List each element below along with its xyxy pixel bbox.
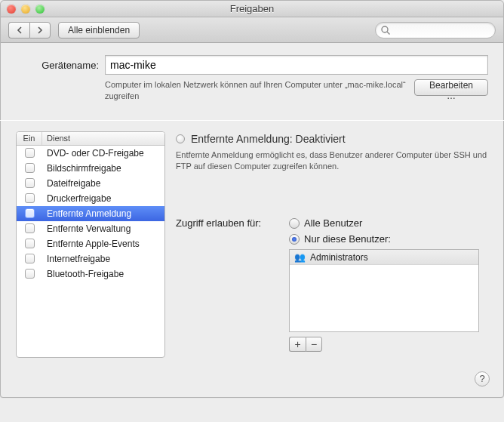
service-label: Bildschirmfreigabe xyxy=(42,163,164,174)
allowed-users-list[interactable]: 👥Administrators xyxy=(289,249,479,332)
help-button[interactable]: ? xyxy=(475,371,490,387)
radio-all-label: Alle Benutzer xyxy=(304,217,362,229)
main-split: Ein Dienst DVD- oder CD-FreigabeBildschi… xyxy=(1,121,503,367)
user-label: Administrators xyxy=(310,252,368,263)
service-label: Druckerfreigabe xyxy=(42,193,164,204)
service-label: Dateifreigabe xyxy=(42,178,164,189)
service-checkbox[interactable] xyxy=(25,269,35,279)
service-row[interactable]: Entfernte Verwaltung xyxy=(17,221,164,236)
chevron-right-icon xyxy=(36,26,44,34)
edit-hostname-button[interactable]: Bearbeiten … xyxy=(414,79,488,96)
service-row[interactable]: DVD- oder CD-Freigabe xyxy=(17,146,164,161)
service-label: Entfernte Verwaltung xyxy=(42,223,164,234)
titlebar: Freigaben xyxy=(1,1,503,17)
user-list-controls: + − xyxy=(289,337,479,352)
service-status: Entfernte Anmeldung: Deaktiviert xyxy=(176,133,488,145)
radio-only-users[interactable]: Nur diese Benutzer: xyxy=(289,233,479,245)
service-checkbox[interactable] xyxy=(25,208,35,218)
service-row[interactable]: Entfernte Anmeldung xyxy=(17,206,164,221)
col-service: Dienst xyxy=(42,132,164,145)
add-user-button[interactable]: + xyxy=(289,337,306,352)
nav-segment xyxy=(8,22,51,39)
service-row[interactable]: Bildschirmfreigabe xyxy=(17,161,164,176)
access-block: Zugriff erlauben für: Alle Benutzer Nur … xyxy=(176,217,488,352)
remove-user-button[interactable]: − xyxy=(306,337,322,352)
service-label: Bluetooth-Freigabe xyxy=(42,269,164,279)
service-checkbox[interactable] xyxy=(25,163,35,173)
services-list-body[interactable]: DVD- oder CD-FreigabeBildschirmfreigabeD… xyxy=(17,146,164,357)
service-row[interactable]: Internetfreigabe xyxy=(17,251,164,266)
access-label: Zugriff erlauben für: xyxy=(176,217,289,229)
service-label: Internetfreigabe xyxy=(42,254,164,264)
services-list-header: Ein Dienst xyxy=(17,132,164,146)
service-row[interactable]: Entfernte Apple-Events xyxy=(17,236,164,251)
service-status-title: Entfernte Anmeldung: Deaktiviert xyxy=(191,133,346,145)
window-title: Freigaben xyxy=(1,3,503,14)
radio-all-input[interactable] xyxy=(289,218,300,229)
service-checkbox[interactable] xyxy=(25,148,35,158)
device-name-hint: Computer im lokalen Netzwerk können auf … xyxy=(105,79,407,102)
search-icon xyxy=(380,25,391,35)
service-checkbox[interactable] xyxy=(25,178,35,188)
service-row[interactable]: Druckerfreigabe xyxy=(17,191,164,206)
service-row[interactable]: Dateifreigabe xyxy=(17,176,164,191)
service-checkbox[interactable] xyxy=(25,239,35,248)
radio-only-input[interactable] xyxy=(289,234,300,245)
svg-point-0 xyxy=(382,26,388,32)
user-row[interactable]: 👥Administrators xyxy=(290,250,478,265)
users-icon: 👥 xyxy=(294,252,306,263)
service-status-desc: Entfernte Anmeldung ermöglicht es, dass … xyxy=(176,149,488,173)
service-label: Entfernte Anmeldung xyxy=(42,208,164,219)
service-row[interactable]: Bluetooth-Freigabe xyxy=(17,266,164,282)
sharing-prefpane-window: Freigaben Alle einblenden Gerätename: Co… xyxy=(0,0,504,398)
service-checkbox[interactable] xyxy=(25,193,35,203)
toolbar: Alle einblenden xyxy=(1,17,503,43)
chevron-left-icon xyxy=(16,26,23,34)
radio-only-label: Nur diese Benutzer: xyxy=(304,233,391,245)
back-button[interactable] xyxy=(8,22,29,39)
forward-button[interactable] xyxy=(29,22,51,39)
svg-line-1 xyxy=(387,32,390,35)
footer: ? xyxy=(1,367,503,397)
col-on: Ein xyxy=(17,132,42,145)
service-label: DVD- oder CD-Freigabe xyxy=(42,148,164,159)
search-field xyxy=(375,22,496,39)
status-indicator-icon xyxy=(176,134,185,143)
service-label: Entfernte Apple-Events xyxy=(42,239,164,249)
service-detail: Entfernte Anmeldung: Deaktiviert Entfern… xyxy=(176,131,488,358)
device-name-label: Gerätename: xyxy=(16,60,99,71)
show-all-button[interactable]: Alle einblenden xyxy=(58,22,140,39)
device-name-input[interactable] xyxy=(105,55,488,75)
service-checkbox[interactable] xyxy=(25,223,35,233)
radio-all-users[interactable]: Alle Benutzer xyxy=(289,217,479,229)
search-input[interactable] xyxy=(375,22,496,39)
service-checkbox[interactable] xyxy=(25,254,35,263)
services-list: Ein Dienst DVD- oder CD-FreigabeBildschi… xyxy=(16,131,165,358)
device-name-section: Gerätename: Computer im lokalen Netzwerk… xyxy=(1,43,503,109)
